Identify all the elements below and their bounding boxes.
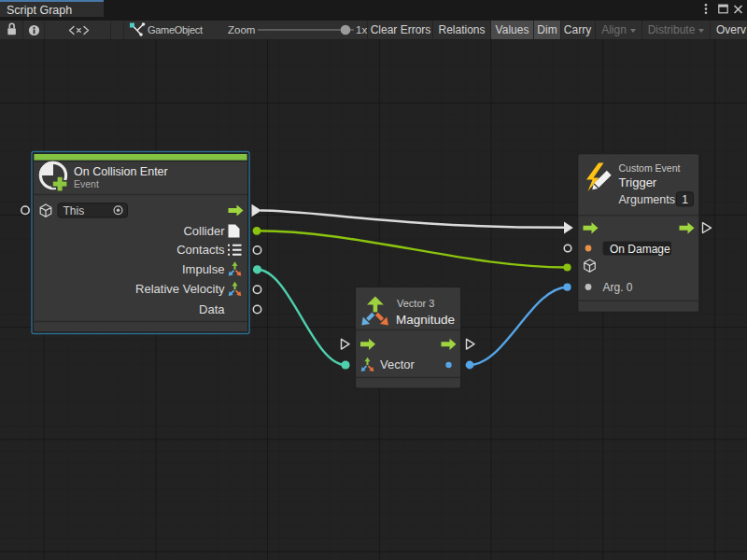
svg-text:Arg. 0: Arg. 0 — [603, 281, 633, 294]
svg-text:On Collision Enter: On Collision Enter — [74, 165, 168, 178]
svg-text:Contacts: Contacts — [176, 243, 225, 257]
svg-text:Impulse: Impulse — [182, 262, 225, 276]
svg-text:Relative Velocity: Relative Velocity — [135, 282, 225, 296]
svg-text:This: This — [63, 204, 85, 217]
svg-text:1: 1 — [682, 193, 688, 206]
svg-text:Collider: Collider — [183, 224, 225, 238]
svg-text:Trigger: Trigger — [619, 175, 657, 189]
svg-text:Vector 3: Vector 3 — [397, 298, 434, 309]
svg-text:Data: Data — [199, 302, 225, 316]
svg-text:Arguments: Arguments — [619, 193, 675, 206]
svg-text:Vector: Vector — [380, 357, 416, 371]
svg-text:Event: Event — [74, 178, 99, 189]
svg-text:Magnitude: Magnitude — [396, 313, 455, 327]
svg-text:Custom Event: Custom Event — [619, 162, 681, 174]
svg-text:On Damage: On Damage — [610, 243, 670, 256]
